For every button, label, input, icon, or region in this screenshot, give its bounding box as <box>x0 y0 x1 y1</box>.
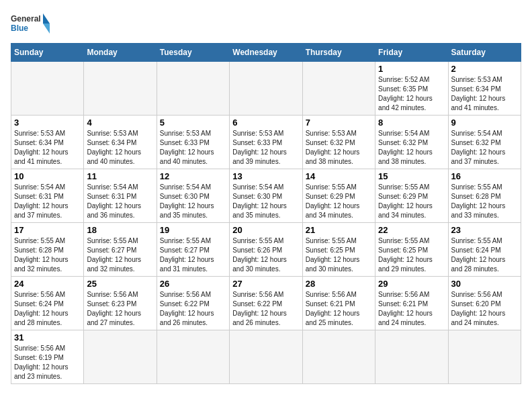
calendar-cell: 2Sunrise: 5:53 AM Sunset: 6:34 PM Daylig… <box>448 62 521 116</box>
weekday-sunday: Sunday <box>11 44 84 62</box>
day-info: Sunrise: 5:56 AM Sunset: 6:24 PM Dayligh… <box>14 290 81 328</box>
weekday-friday: Friday <box>375 44 448 62</box>
calendar-cell: 7Sunrise: 5:53 AM Sunset: 6:32 PM Daylig… <box>302 116 375 169</box>
day-info: Sunrise: 5:55 AM Sunset: 6:28 PM Dayligh… <box>14 236 81 274</box>
day-number: 5 <box>160 118 226 128</box>
week-row-2: 3Sunrise: 5:53 AM Sunset: 6:34 PM Daylig… <box>11 116 521 169</box>
calendar-cell <box>11 62 84 116</box>
calendar-cell: 29Sunrise: 5:56 AM Sunset: 6:21 PM Dayli… <box>375 277 448 330</box>
day-info: Sunrise: 5:53 AM Sunset: 6:34 PM Dayligh… <box>87 129 153 167</box>
page-header: General Blue <box>11 11 521 36</box>
calendar-table: SundayMondayTuesdayWednesdayThursdayFrid… <box>11 43 521 384</box>
calendar-cell <box>230 62 302 116</box>
logo-svg: General Blue <box>11 11 50 36</box>
day-number: 17 <box>14 225 81 235</box>
day-info: Sunrise: 5:55 AM Sunset: 6:24 PM Dayligh… <box>451 236 518 274</box>
calendar-cell <box>375 330 448 384</box>
day-number: 18 <box>87 225 153 235</box>
week-row-4: 17Sunrise: 5:55 AM Sunset: 6:28 PM Dayli… <box>11 223 521 277</box>
day-number: 28 <box>306 279 372 289</box>
calendar-cell: 8Sunrise: 5:54 AM Sunset: 6:32 PM Daylig… <box>375 116 448 169</box>
day-info: Sunrise: 5:55 AM Sunset: 6:27 PM Dayligh… <box>160 236 226 274</box>
day-number: 20 <box>232 225 299 235</box>
calendar-cell: 15Sunrise: 5:55 AM Sunset: 6:29 PM Dayli… <box>375 169 448 223</box>
day-number: 21 <box>306 225 372 235</box>
day-number: 6 <box>232 118 299 128</box>
day-info: Sunrise: 5:55 AM Sunset: 6:29 PM Dayligh… <box>378 183 445 220</box>
day-info: Sunrise: 5:55 AM Sunset: 6:27 PM Dayligh… <box>87 236 153 274</box>
day-number: 16 <box>451 171 518 181</box>
day-number: 2 <box>451 64 518 74</box>
calendar-cell: 23Sunrise: 5:55 AM Sunset: 6:24 PM Dayli… <box>448 223 521 277</box>
week-row-5: 24Sunrise: 5:56 AM Sunset: 6:24 PM Dayli… <box>11 277 521 330</box>
calendar-cell <box>84 330 157 384</box>
calendar-cell: 6Sunrise: 5:53 AM Sunset: 6:33 PM Daylig… <box>230 116 302 169</box>
day-info: Sunrise: 5:53 AM Sunset: 6:34 PM Dayligh… <box>14 129 81 167</box>
day-number: 11 <box>87 171 153 181</box>
day-number: 29 <box>378 279 445 289</box>
calendar-cell <box>302 330 375 384</box>
day-info: Sunrise: 5:52 AM Sunset: 6:35 PM Dayligh… <box>378 75 445 113</box>
calendar-cell <box>157 330 229 384</box>
weekday-header-row: SundayMondayTuesdayWednesdayThursdayFrid… <box>11 44 521 62</box>
calendar-cell: 17Sunrise: 5:55 AM Sunset: 6:28 PM Dayli… <box>11 223 84 277</box>
day-info: Sunrise: 5:55 AM Sunset: 6:28 PM Dayligh… <box>451 183 518 220</box>
weekday-thursday: Thursday <box>302 44 375 62</box>
calendar-cell <box>448 330 521 384</box>
calendar-cell: 3Sunrise: 5:53 AM Sunset: 6:34 PM Daylig… <box>11 116 84 169</box>
day-number: 24 <box>14 279 81 289</box>
day-info: Sunrise: 5:54 AM Sunset: 6:31 PM Dayligh… <box>87 183 153 220</box>
calendar-cell: 25Sunrise: 5:56 AM Sunset: 6:23 PM Dayli… <box>84 277 157 330</box>
day-number: 4 <box>87 118 153 128</box>
day-info: Sunrise: 5:55 AM Sunset: 6:25 PM Dayligh… <box>378 236 445 274</box>
day-info: Sunrise: 5:56 AM Sunset: 6:21 PM Dayligh… <box>306 290 372 328</box>
calendar-cell: 10Sunrise: 5:54 AM Sunset: 6:31 PM Dayli… <box>11 169 84 223</box>
calendar-cell: 5Sunrise: 5:53 AM Sunset: 6:33 PM Daylig… <box>157 116 229 169</box>
calendar-cell: 28Sunrise: 5:56 AM Sunset: 6:21 PM Dayli… <box>302 277 375 330</box>
day-info: Sunrise: 5:54 AM Sunset: 6:32 PM Dayligh… <box>451 129 518 167</box>
calendar-cell <box>84 62 157 116</box>
calendar-cell: 30Sunrise: 5:56 AM Sunset: 6:20 PM Dayli… <box>448 277 521 330</box>
calendar-cell: 18Sunrise: 5:55 AM Sunset: 6:27 PM Dayli… <box>84 223 157 277</box>
day-info: Sunrise: 5:55 AM Sunset: 6:25 PM Dayligh… <box>306 236 372 274</box>
day-info: Sunrise: 5:56 AM Sunset: 6:19 PM Dayligh… <box>14 344 81 381</box>
calendar-cell: 19Sunrise: 5:55 AM Sunset: 6:27 PM Dayli… <box>157 223 229 277</box>
day-info: Sunrise: 5:53 AM Sunset: 6:33 PM Dayligh… <box>232 129 299 167</box>
calendar-cell <box>157 62 229 116</box>
day-number: 27 <box>232 279 299 289</box>
day-number: 3 <box>14 118 81 128</box>
day-info: Sunrise: 5:53 AM Sunset: 6:32 PM Dayligh… <box>306 129 372 167</box>
calendar-cell: 27Sunrise: 5:56 AM Sunset: 6:22 PM Dayli… <box>230 277 302 330</box>
svg-marker-2 <box>43 13 50 24</box>
day-info: Sunrise: 5:56 AM Sunset: 6:22 PM Dayligh… <box>232 290 299 328</box>
calendar-cell: 14Sunrise: 5:55 AM Sunset: 6:29 PM Dayli… <box>302 169 375 223</box>
day-number: 8 <box>378 118 445 128</box>
calendar-cell: 24Sunrise: 5:56 AM Sunset: 6:24 PM Dayli… <box>11 277 84 330</box>
day-number: 30 <box>451 279 518 289</box>
calendar-cell: 26Sunrise: 5:56 AM Sunset: 6:22 PM Dayli… <box>157 277 229 330</box>
calendar-cell: 1Sunrise: 5:52 AM Sunset: 6:35 PM Daylig… <box>375 62 448 116</box>
day-number: 19 <box>160 225 226 235</box>
calendar-cell: 21Sunrise: 5:55 AM Sunset: 6:25 PM Dayli… <box>302 223 375 277</box>
day-info: Sunrise: 5:54 AM Sunset: 6:31 PM Dayligh… <box>14 183 81 220</box>
day-info: Sunrise: 5:56 AM Sunset: 6:23 PM Dayligh… <box>87 290 153 328</box>
day-number: 7 <box>306 118 372 128</box>
week-row-6: 31Sunrise: 5:56 AM Sunset: 6:19 PM Dayli… <box>11 330 521 384</box>
day-number: 15 <box>378 171 445 181</box>
week-row-3: 10Sunrise: 5:54 AM Sunset: 6:31 PM Dayli… <box>11 169 521 223</box>
weekday-monday: Monday <box>84 44 157 62</box>
day-number: 10 <box>14 171 81 181</box>
day-number: 12 <box>160 171 226 181</box>
day-info: Sunrise: 5:54 AM Sunset: 6:30 PM Dayligh… <box>160 183 226 220</box>
calendar-cell <box>230 330 302 384</box>
calendar-cell: 20Sunrise: 5:55 AM Sunset: 6:26 PM Dayli… <box>230 223 302 277</box>
calendar-cell: 11Sunrise: 5:54 AM Sunset: 6:31 PM Dayli… <box>84 169 157 223</box>
calendar-cell: 22Sunrise: 5:55 AM Sunset: 6:25 PM Dayli… <box>375 223 448 277</box>
calendar-cell: 12Sunrise: 5:54 AM Sunset: 6:30 PM Dayli… <box>157 169 229 223</box>
calendar-cell: 4Sunrise: 5:53 AM Sunset: 6:34 PM Daylig… <box>84 116 157 169</box>
day-info: Sunrise: 5:54 AM Sunset: 6:30 PM Dayligh… <box>232 183 299 220</box>
day-number: 9 <box>451 118 518 128</box>
svg-marker-3 <box>43 24 50 34</box>
week-row-1: 1Sunrise: 5:52 AM Sunset: 6:35 PM Daylig… <box>11 62 521 116</box>
day-info: Sunrise: 5:54 AM Sunset: 6:32 PM Dayligh… <box>378 129 445 167</box>
